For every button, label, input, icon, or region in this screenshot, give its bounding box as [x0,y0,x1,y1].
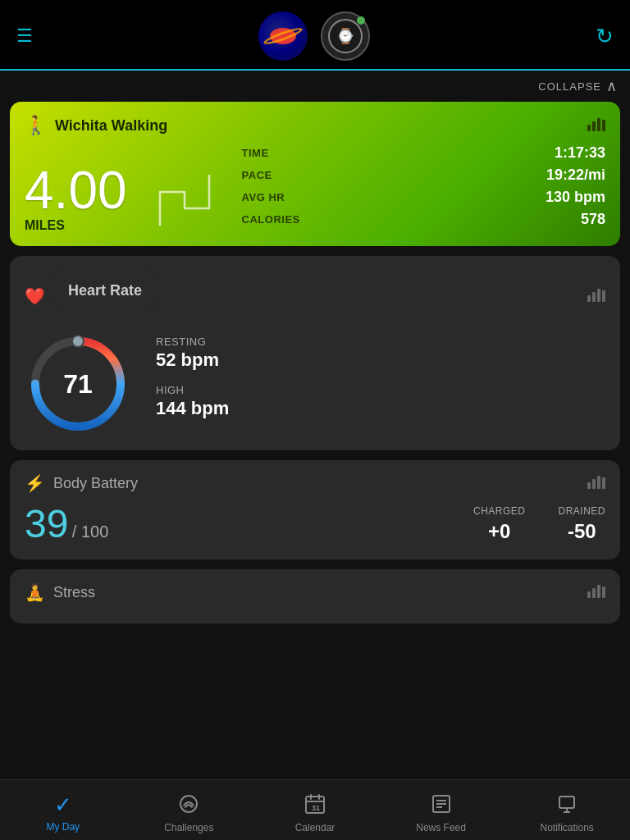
bb-stats: CHARGED +0 DRAINED -50 [473,505,605,543]
nav-notifications[interactable]: Notifications [504,786,630,840]
calendar-label: Calendar [295,822,336,833]
activity-stats: TIME 1:17:33 PACE 19:22/mi AVG HR 130 bp… [242,144,605,233]
svg-rect-1 [592,121,596,131]
svg-rect-11 [587,482,591,489]
distance-value: 4.00 [25,164,127,217]
notifications-icon [555,792,578,819]
svg-point-10 [72,336,84,347]
hr-high: HIGH 144 bpm [156,384,605,419]
time-value: 1:17:33 [555,144,605,162]
high-label: HIGH [156,384,605,396]
stress-card: 🧘 Stress [10,569,620,623]
activity-main: 4.00 MILES TIME 1:17:33 PACE 19:22/mi AV [25,144,605,233]
stat-avghr: AVG HR 130 bpm [242,189,605,206]
bb-charged: CHARGED +0 [473,505,526,543]
charged-label: CHARGED [473,505,526,517]
watch-button[interactable]: ⌚ [321,11,370,61]
activity-distance: 4.00 MILES [25,164,127,233]
stress-title-left: 🧘 Stress [25,582,95,602]
hr-chart-icon[interactable] [587,287,605,305]
hr-title-left: ❤️ Heart Rate [25,269,157,322]
activity-chart-icon[interactable] [587,116,605,135]
svg-rect-2 [597,118,600,131]
watch-face: ⌚ [328,19,363,53]
menu-button[interactable]: ☰ [16,25,33,47]
svg-rect-3 [602,120,605,131]
watch-display: ⌚ [336,27,354,45]
bb-drained: DRAINED -50 [558,505,605,543]
body-battery-icon: ⚡ [25,473,45,493]
svg-rect-13 [597,476,600,489]
nav-challenges[interactable]: Challenges [126,786,253,840]
nav-news-feed[interactable]: News Feed [378,786,504,840]
svg-rect-0 [587,125,591,131]
walk-icon: 🚶 [25,115,47,136]
heart-rate-card: ❤️ Heart Rate [10,256,620,450]
stress-title: Stress [53,584,95,601]
activity-title: Wichita Walking [55,117,167,135]
hr-stats: RESTING 52 bpm HIGH 144 bpm [156,336,605,432]
hr-current-value: 71 [63,369,93,399]
hr-card-header: ❤️ Heart Rate [25,269,605,322]
body-battery-card: ⚡ Body Battery 39 / 100 CHARGED + [10,460,620,559]
collapse-bar[interactable]: COLLAPSE ∧ [10,71,620,102]
bb-value-area: 39 / 100 [25,501,108,546]
svg-text:31: 31 [312,804,320,812]
my-day-label: My Day [46,821,80,833]
challenges-label: Challenges [164,822,213,833]
svg-rect-5 [592,292,596,302]
main-content: COLLAPSE ∧ 🚶 Wichita Walking 4.00 MILES [0,71,630,779]
bb-title-left: ⚡ Body Battery [25,473,138,493]
hr-gauge: 71 [25,331,131,437]
activity-title-left: 🚶 Wichita Walking [25,115,167,136]
heart-icon: ❤️ [25,286,45,306]
svg-rect-6 [597,289,600,302]
avghr-value: 130 bpm [546,189,605,206]
calories-label: CALORIES [242,213,300,226]
bb-card-header: ⚡ Body Battery [25,473,605,493]
news-feed-label: News Feed [416,822,466,833]
pace-value: 19:22/mi [546,167,605,184]
challenges-icon [177,792,200,819]
refresh-button[interactable]: ↻ [596,24,614,49]
news-feed-icon [430,792,453,819]
svg-rect-4 [587,295,591,302]
stat-time: TIME 1:17:33 [242,144,605,162]
stress-card-header: 🧘 Stress [25,582,605,602]
collapse-label: COLLAPSE [538,80,601,93]
logo-area: ⌚ [258,11,370,61]
watch-connected-dot [357,16,365,25]
route-sketch [152,167,217,233]
avghr-label: AVG HR [242,191,285,203]
pace-label: PACE [242,169,272,181]
activity-card: 🚶 Wichita Walking 4.00 MILES [10,102,620,246]
hr-title: Heart Rate [53,269,157,313]
bottom-navigation: ✓ My Day Challenges 31 Calendar [0,779,630,840]
nav-calendar[interactable]: 31 Calendar [252,786,378,840]
distance-unit: MILES [25,218,127,233]
stat-calories: CALORIES 578 [242,211,605,228]
bb-content: 39 / 100 CHARGED +0 DRAINED -50 [25,501,605,546]
resting-label: RESTING [156,336,605,348]
charged-value: +0 [473,520,526,543]
nav-my-day[interactable]: ✓ My Day [0,786,126,839]
svg-rect-29 [559,797,574,808]
bb-current: 39 [25,502,68,546]
bb-title: Body Battery [53,475,138,492]
hr-resting: RESTING 52 bpm [156,336,605,371]
calories-value: 578 [581,211,605,228]
svg-rect-14 [602,477,605,489]
time-label: TIME [242,147,269,159]
calendar-icon: 31 [304,792,326,819]
hr-content: 71 RESTING 52 bpm HIGH 144 bpm [25,331,605,437]
bb-denom: / 100 [72,523,108,541]
stress-chart-icon[interactable] [587,583,605,601]
bb-chart-icon[interactable] [587,474,605,492]
app-header: ☰ ⌚ ↻ [0,0,630,71]
stat-pace: PACE 19:22/mi [242,167,605,184]
resting-value: 52 bpm [156,349,605,371]
svg-rect-12 [592,479,596,489]
drained-label: DRAINED [558,505,605,517]
svg-rect-16 [592,588,596,598]
svg-rect-17 [597,585,600,598]
